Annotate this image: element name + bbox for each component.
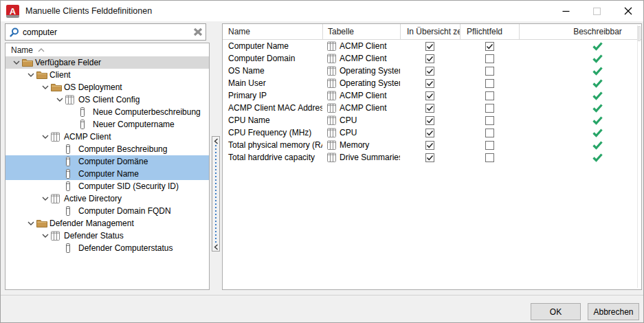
clear-search-button[interactable] [193,27,203,36]
table-icon [327,153,336,162]
scrollbar-thumb[interactable] [638,26,641,41]
table-row[interactable]: OS Name Operating System [223,65,641,77]
field-icon [80,107,92,117]
tree-item[interactable]: Computer Name [5,168,209,180]
uebersicht-checkbox[interactable] [425,116,434,125]
tree-item[interactable]: ACMP Client [5,131,209,143]
scrollbar-track[interactable] [637,25,638,288]
table-row[interactable]: Computer Name ACMP Client [223,40,641,52]
pflichtfeld-checkbox[interactable] [485,104,494,113]
tree-item-label: Computer SID (Security ID) [78,181,179,191]
pflichtfeld-checkbox[interactable] [485,116,494,125]
uebersicht-checkbox[interactable] [425,129,434,137]
field-name: CPU Frequency (MHz) [228,128,311,137]
close-icon [624,7,632,15]
uebersicht-checkbox[interactable] [425,42,434,51]
table-row[interactable]: Main User Operating System [223,77,641,89]
chevron-down-icon[interactable] [25,220,36,227]
splitter-dotted-line [215,145,216,243]
pflichtfeld-checkbox[interactable] [485,141,494,150]
chevron-down-icon[interactable] [11,59,22,66]
uebersicht-checkbox[interactable] [425,67,434,76]
chevron-down-icon[interactable] [40,84,51,91]
table-row[interactable]: ACMP Client MAC Address ACMP Client [223,102,641,114]
pflichtfeld-checkbox[interactable] [485,42,494,51]
column-header-pflichtfeld[interactable]: Pflichtfeld [460,24,519,39]
tree-item[interactable]: Computer Domäne [5,155,209,168]
table-name: ACMP Client [340,91,386,100]
table-row[interactable]: CPU Frequency (MHz) CPU [223,126,641,139]
pflichtfeld-checkbox[interactable] [485,79,494,88]
writable-check-icon [592,54,603,63]
minimize-button[interactable] [551,1,581,21]
tree-item[interactable]: Active Directory [5,192,209,205]
tree-item[interactable]: Defender Computerstatus [5,242,209,254]
pflichtfeld-checkbox[interactable] [485,91,494,100]
tree-item[interactable]: Defender Status [5,230,209,242]
table-row[interactable]: CPU Name CPU [223,114,641,126]
tree-item[interactable]: Neue Computerbeschreibung [5,106,209,118]
collapse-left-icon [214,137,219,145]
writable-check-icon [592,141,603,150]
uebersicht-checkbox[interactable] [425,91,434,100]
tree-item-label: OS Client Config [78,95,140,104]
table-icon [51,231,63,241]
chevron-down-icon[interactable] [40,232,51,239]
column-header-beschreibbar[interactable]: Beschreibbar [519,24,641,39]
pflichtfeld-checkbox[interactable] [485,67,494,76]
tree-column-header-name[interactable]: Name [5,43,209,56]
tree-item[interactable]: Defender Management [5,217,209,230]
field-name: Computer Name [228,41,289,51]
search-input[interactable] [23,24,193,40]
chevron-down-icon[interactable] [40,195,51,202]
chevron-down-icon[interactable] [40,133,51,140]
maximize-button[interactable] [581,1,612,21]
table-row[interactable]: Primary IP ACMP Client [223,89,641,102]
uebersicht-checkbox[interactable] [425,104,434,113]
tree-item[interactable]: Client [5,69,209,81]
table-row[interactable]: Total physical memory (RAM) Memory [223,139,641,151]
column-header-tabelle[interactable]: Tabelle [322,24,400,39]
folder-icon [36,71,49,80]
tree-item[interactable]: OS Client Config [5,93,209,106]
cancel-button[interactable]: Abbrechen [588,303,639,320]
pflichtfeld-checkbox[interactable] [485,129,494,137]
panel-splitter-handle[interactable] [212,136,220,252]
chevron-down-icon[interactable] [54,96,65,103]
tree-item[interactable]: OS Deployment [5,81,209,93]
column-header-uebersicht[interactable]: In Übersicht zei… [400,24,460,39]
tree-item[interactable]: Neuer Computername [5,118,209,131]
writable-check-icon [592,153,603,162]
maximize-icon [593,8,601,15]
close-button[interactable] [612,1,643,21]
pflichtfeld-checkbox[interactable] [485,54,494,63]
tree-item-label: ACMP Client [63,132,111,142]
field-name: Total harddrive capacity [228,153,315,162]
uebersicht-checkbox[interactable] [425,79,434,88]
table-icon [51,194,63,203]
tree-item[interactable]: Computer SID (Security ID) [5,180,209,192]
field-name: OS Name [228,66,265,76]
uebersicht-checkbox[interactable] [425,141,434,150]
column-header-name[interactable]: Name [223,24,322,39]
ok-button[interactable]: OK [531,303,581,320]
pflichtfeld-checkbox[interactable] [485,153,494,162]
table-row[interactable]: Total harddrive capacity Drive Summaries [223,151,641,164]
writable-check-icon [592,79,603,88]
writable-check-icon [592,116,603,125]
table-row[interactable]: Computer Domain ACMP Client [223,52,641,65]
tree-item-label: Defender Computerstatus [78,243,173,253]
window-controls [551,1,643,21]
field-name: Computer Domain [228,54,295,63]
chevron-down-icon[interactable] [25,71,36,78]
uebersicht-checkbox[interactable] [425,153,434,162]
tree-item[interactable]: Computer Beschreibung [5,143,209,155]
table-name: ACMP Client [340,41,386,51]
tree-item[interactable]: Computer Domain FQDN [5,205,209,217]
clear-x-icon [193,27,203,36]
uebersicht-checkbox[interactable] [425,54,434,63]
table-name: Operating System [340,78,400,88]
tree-item[interactable]: Verfügbare Felder [5,56,209,69]
table-icon [65,95,78,104]
table-icon [327,91,336,100]
